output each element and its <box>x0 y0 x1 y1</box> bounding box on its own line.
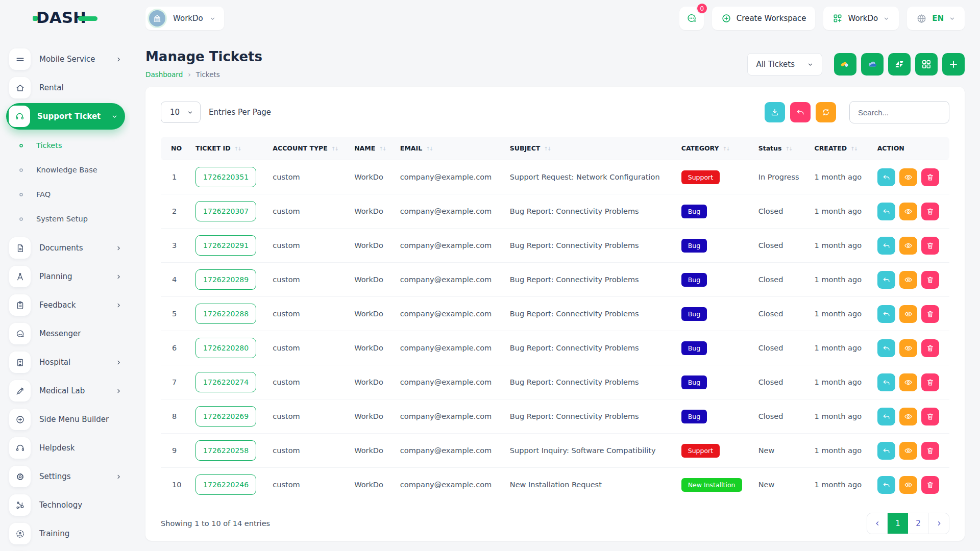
language-selector[interactable]: EN <box>907 7 965 30</box>
sort-icon[interactable]: ↑↓ <box>331 146 338 152</box>
sidebar-item-planning[interactable]: Planning <box>9 262 127 291</box>
sidebar-subitem-system-setup[interactable]: System Setup <box>13 207 127 231</box>
view-ticket-button[interactable] <box>899 237 917 255</box>
ticket-id-button[interactable]: 1726220246 <box>195 474 256 495</box>
column-header-created[interactable]: CREATED↑↓ <box>808 137 871 160</box>
sort-icon[interactable]: ↑↓ <box>234 146 241 152</box>
sidebar-item-helpdesk[interactable]: Helpdesk <box>9 434 127 462</box>
onedrive-button[interactable] <box>861 53 884 76</box>
sort-icon[interactable]: ↑↓ <box>785 146 792 152</box>
reply-ticket-button[interactable] <box>877 339 895 357</box>
sidebar-item-documents[interactable]: Documents <box>9 234 127 262</box>
ticket-id-button[interactable]: 1726220291 <box>195 235 256 256</box>
sort-icon[interactable]: ↑↓ <box>379 146 385 152</box>
ticket-id-button[interactable]: 1726220258 <box>195 440 256 461</box>
ticket-id-button[interactable]: 1726220307 <box>195 201 256 221</box>
page-button-2[interactable]: 2 <box>908 513 928 534</box>
view-ticket-button[interactable] <box>899 203 917 220</box>
category-badge: Bug <box>681 273 707 287</box>
workspace-selector[interactable]: WorkDo <box>145 7 224 30</box>
view-ticket-button[interactable] <box>899 373 917 391</box>
app-logo[interactable]: DASH <box>33 8 97 27</box>
refresh-button[interactable] <box>816 102 836 122</box>
view-ticket-button[interactable] <box>899 408 917 425</box>
reply-ticket-button[interactable] <box>877 442 895 460</box>
sidebar-item-feedback[interactable]: Feedback <box>9 291 127 319</box>
menu-icon <box>9 48 31 70</box>
sidebar-item-rental[interactable]: Rental <box>9 73 127 102</box>
grid-view-button[interactable] <box>915 53 938 76</box>
view-ticket-button[interactable] <box>899 476 917 494</box>
reply-ticket-button[interactable] <box>877 271 895 289</box>
delete-ticket-button[interactable] <box>921 305 939 323</box>
delete-ticket-button[interactable] <box>921 408 939 425</box>
export-button[interactable] <box>765 102 785 122</box>
sidebar-subitem-knowledge-base[interactable]: Knowledge Base <box>13 158 127 182</box>
delete-ticket-button[interactable] <box>921 442 939 460</box>
column-header-status[interactable]: Status↑↓ <box>752 137 808 160</box>
adsense-button[interactable] <box>834 53 856 76</box>
ticket-id-button[interactable]: 1726220274 <box>195 372 256 392</box>
sidebar-item-support-ticket[interactable]: Support Ticket <box>6 103 125 130</box>
apps-menu-button[interactable]: WorkDo <box>823 7 899 30</box>
breadcrumb-dashboard-link[interactable]: Dashboard <box>145 70 183 79</box>
sidebar-item-messenger[interactable]: Messenger <box>9 319 127 348</box>
reply-ticket-button[interactable] <box>877 305 895 323</box>
column-header-name[interactable]: NAME↑↓ <box>348 137 394 160</box>
sidebar-subitem-tickets[interactable]: Tickets <box>13 133 127 158</box>
reply-ticket-button[interactable] <box>877 203 895 220</box>
sidebar-item-hospital[interactable]: Hospital <box>9 348 127 377</box>
ticket-filter-dropdown[interactable]: All Tickets <box>747 53 822 76</box>
column-header-category[interactable]: CATEGORY↑↓ <box>675 137 752 160</box>
delete-ticket-button[interactable] <box>921 339 939 357</box>
entries-per-page-label: Entries Per Page <box>209 108 271 117</box>
delete-ticket-button[interactable] <box>921 168 939 186</box>
previous-page-button[interactable] <box>867 513 888 534</box>
search-input[interactable] <box>849 101 949 123</box>
column-header-ticket-id[interactable]: TICKET ID↑↓ <box>189 137 266 160</box>
ticket-id-button[interactable]: 1726220289 <box>195 269 256 290</box>
reply-ticket-button[interactable] <box>877 237 895 255</box>
chat-button[interactable]: 0 <box>679 7 704 30</box>
view-ticket-button[interactable] <box>899 442 917 460</box>
delete-ticket-button[interactable] <box>921 271 939 289</box>
sidebar-item-settings[interactable]: Settings <box>9 462 127 491</box>
column-header-subject[interactable]: SUBJECT↑↓ <box>504 137 675 160</box>
create-workspace-button[interactable]: Create Workspace <box>712 7 816 30</box>
ticket-id-button[interactable]: 1726220269 <box>195 406 256 427</box>
sidebar-item-side-menu-builder[interactable]: Side Menu Builder <box>9 405 127 434</box>
sidebar-subitem-faq[interactable]: FAQ <box>13 182 127 207</box>
sort-icon[interactable]: ↑↓ <box>544 146 550 152</box>
view-ticket-button[interactable] <box>899 168 917 186</box>
sort-icon[interactable]: ↑↓ <box>426 146 432 152</box>
column-header-account-type[interactable]: ACCOUNT TYPE↑↓ <box>266 137 348 160</box>
delete-ticket-button[interactable] <box>921 237 939 255</box>
apps-menu-label: WorkDo <box>848 14 878 23</box>
column-header-email[interactable]: EMAIL↑↓ <box>394 137 504 160</box>
ticket-id-button[interactable]: 1726220280 <box>195 338 256 358</box>
view-ticket-button[interactable] <box>899 305 917 323</box>
zendesk-button[interactable] <box>888 53 911 76</box>
reply-ticket-button[interactable] <box>877 373 895 391</box>
sidebar-item-mobile-service[interactable]: Mobile Service <box>9 45 127 73</box>
reset-button[interactable] <box>790 102 811 122</box>
delete-ticket-button[interactable] <box>921 476 939 494</box>
reply-ticket-button[interactable] <box>877 408 895 425</box>
delete-ticket-button[interactable] <box>921 203 939 220</box>
page-button-1[interactable]: 1 <box>888 513 908 534</box>
sort-icon[interactable]: ↑↓ <box>723 146 729 152</box>
reply-ticket-button[interactable] <box>877 476 895 494</box>
ticket-id-button[interactable]: 1726220288 <box>195 304 256 324</box>
next-page-button[interactable] <box>928 513 949 534</box>
sidebar-item-technology[interactable]: Technology <box>9 491 127 519</box>
sidebar-item-medical-lab[interactable]: Medical Lab <box>9 377 127 405</box>
delete-ticket-button[interactable] <box>921 373 939 391</box>
add-ticket-button[interactable] <box>942 53 965 76</box>
sidebar-item-training[interactable]: Training <box>9 519 127 548</box>
sort-icon[interactable]: ↑↓ <box>850 146 857 152</box>
view-ticket-button[interactable] <box>899 271 917 289</box>
entries-per-page-select[interactable]: 10 <box>161 102 201 123</box>
ticket-id-button[interactable]: 1726220351 <box>195 167 256 187</box>
reply-ticket-button[interactable] <box>877 168 895 186</box>
view-ticket-button[interactable] <box>899 339 917 357</box>
